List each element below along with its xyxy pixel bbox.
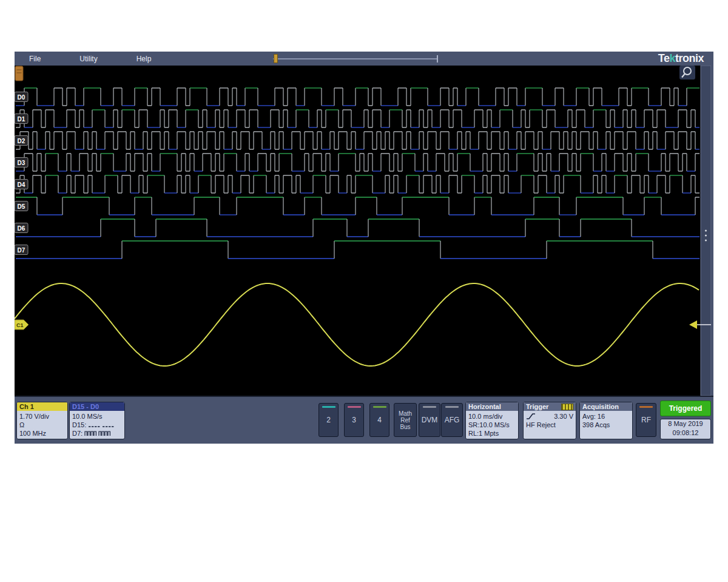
acquisition-count: 398 Acqs — [582, 421, 630, 429]
digital-label-D0[interactable]: D0 — [15, 92, 28, 102]
menu-item-utility[interactable]: Utility — [79, 55, 97, 63]
channel1-badge[interactable]: Ch 1 1.70 V/div Ω 100 MHz — [16, 402, 68, 439]
channel-color-chip — [445, 406, 459, 408]
digital-trace-D2 — [16, 132, 699, 149]
acquisition-panel[interactable]: Acquisition Avg: 16 398 Acqs — [579, 402, 633, 439]
channel1-bandwidth: 100 MHz — [19, 429, 65, 438]
svg-text:D5: D5 — [18, 203, 25, 210]
svg-text:D1: D1 — [18, 116, 25, 123]
menu-bar: FileUtilityHelp Tektronix — [15, 52, 713, 66]
trigger-status-badge: Triggered — [660, 401, 711, 416]
horizontal-scale: 10.0 ms/div — [468, 412, 516, 421]
digital-trace-D1 — [16, 110, 699, 127]
low-level-activity-glyph — [88, 422, 115, 428]
trigger-source-badge — [561, 404, 573, 410]
button-4[interactable]: 4 — [369, 403, 389, 437]
digital-sample-rate: 10.0 MS/s — [72, 412, 122, 421]
trigger-flag-icon[interactable] — [15, 66, 23, 81]
datetime-box: 8 May 2019 09:08:12 — [660, 419, 711, 439]
analog-trace-c1 — [15, 283, 699, 366]
brand-post: tronix — [675, 52, 704, 64]
svg-text:D4: D4 — [18, 181, 25, 188]
digital-label-D5[interactable]: D5 — [15, 201, 28, 211]
button-dvm[interactable]: DVM — [419, 403, 440, 437]
digital-bus-badge-title: D15 - D0 — [70, 402, 124, 411]
channel1-ground-marker[interactable]: C1 — [15, 320, 29, 330]
digital-label-D6[interactable]: D6 — [15, 223, 28, 233]
panel-handle-dot[interactable] — [705, 234, 707, 236]
svg-text:C1: C1 — [16, 322, 24, 328]
channel-color-chip — [348, 406, 361, 408]
digital-trace-D5 — [16, 197, 699, 215]
horizontal-panel[interactable]: Horizontal 10.0 ms/div SR:10.0 MS/s RL:1… — [465, 402, 519, 439]
rising-edge-icon — [526, 413, 536, 420]
acquisition-mode: Avg: 16 — [582, 412, 630, 421]
waveform-display: D0D1D2D3D4D5D6D7C1 — [15, 66, 713, 396]
trigger-panel-title: Trigger — [526, 402, 548, 411]
panel-handle-dot[interactable] — [705, 229, 707, 231]
button-math[interactable]: Math Ref Bus — [394, 403, 417, 437]
d15-group-label: D15: — [72, 421, 86, 429]
button-rf[interactable]: RF — [636, 403, 656, 437]
button-2[interactable]: 2 — [318, 403, 339, 437]
digital-trace-D0 — [16, 88, 699, 106]
button-3[interactable]: 3 — [344, 403, 364, 437]
rf-color-chip — [639, 406, 653, 408]
pulse-activity-glyph — [84, 430, 111, 436]
oscilloscope-screen: FileUtilityHelp Tektronix D0D1D2D3D4D5D6… — [15, 52, 713, 442]
svg-text:D2: D2 — [18, 138, 25, 144]
brand-accent: k — [669, 52, 675, 64]
status-bar: Ch 1 1.70 V/div Ω 100 MHz D15 - D0 10.0 … — [15, 396, 713, 444]
svg-text:D6: D6 — [18, 225, 25, 232]
panel-handle-dot[interactable] — [705, 239, 707, 241]
button-label: 2 — [326, 416, 331, 424]
trigger-level: 3.30 V — [554, 412, 573, 421]
channel1-badge-title: Ch 1 — [17, 402, 67, 411]
digital-trace-D3 — [16, 154, 699, 171]
channel-color-chip — [373, 406, 386, 408]
horizontal-record-length: RL:1 Mpts — [468, 429, 516, 438]
button-label: 4 — [377, 416, 382, 424]
trigger-coupling: HF Reject — [526, 421, 573, 429]
brand-logo: Tektronix — [658, 52, 704, 65]
channel1-impedance: Ω — [19, 421, 65, 429]
date-text: 8 May 2019 — [661, 419, 710, 428]
digital-trace-D4 — [16, 175, 699, 193]
button-label: Math Ref Bus — [399, 410, 412, 430]
digital-bus-badge[interactable]: D15 - D0 10.0 MS/s D15: D7: — [69, 402, 125, 439]
time-text: 09:08:12 — [661, 428, 710, 438]
acquisition-panel-title: Acquisition — [580, 402, 632, 411]
digital-label-D1[interactable]: D1 — [15, 114, 28, 124]
digital-label-D2[interactable]: D2 — [15, 136, 28, 146]
button-afg[interactable]: AFG — [441, 403, 463, 437]
horizontal-sample-rate: SR:10.0 MS/s — [468, 421, 516, 429]
trigger-panel[interactable]: Trigger 3.30 V HF Reject — [523, 402, 576, 439]
digital-label-D4[interactable]: D4 — [15, 180, 28, 189]
trigger-position-marker[interactable] — [274, 54, 278, 63]
channel-color-chip — [322, 406, 335, 408]
waveform-canvas: D0D1D2D3D4D5D6D7C1 — [15, 66, 713, 396]
digital-label-D7[interactable]: D7 — [15, 245, 28, 255]
menu-item-file[interactable]: File — [29, 55, 41, 63]
svg-text:D0: D0 — [18, 94, 25, 101]
button-label: AFG — [445, 416, 460, 424]
menu-items: FileUtilityHelp — [29, 52, 151, 66]
channel-color-chip — [423, 406, 436, 408]
menu-item-help[interactable]: Help — [136, 55, 152, 63]
page: FileUtilityHelp Tektronix D0D1D2D3D4D5D6… — [0, 0, 728, 582]
svg-text:D7: D7 — [18, 247, 25, 254]
digital-label-D3[interactable]: D3 — [15, 158, 28, 167]
digital-trace-D6 — [16, 219, 699, 237]
horizontal-panel-title: Horizontal — [466, 402, 518, 411]
svg-text:D3: D3 — [18, 160, 25, 166]
button-label: DVM — [422, 416, 438, 424]
button-label: RF — [641, 416, 651, 424]
button-label: 3 — [352, 416, 356, 424]
d7-group-label: D7: — [72, 429, 83, 438]
zoom-magnifier-icon[interactable] — [679, 66, 695, 80]
horizontal-position-end-tick — [437, 55, 438, 63]
channel1-scale: 1.70 V/div — [19, 412, 65, 421]
horizontal-position-track[interactable] — [273, 58, 438, 59]
digital-trace-D7 — [16, 241, 699, 259]
brand-pre: Te — [658, 52, 670, 64]
